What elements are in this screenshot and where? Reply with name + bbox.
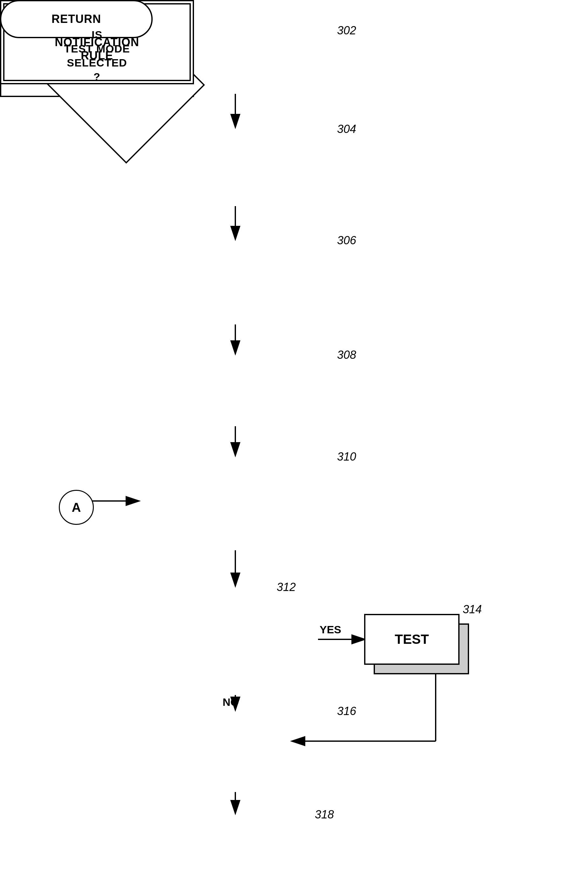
ref-308: 308 xyxy=(337,348,356,362)
ref-318: 318 xyxy=(315,808,334,821)
ref-302: 302 xyxy=(337,24,356,37)
node-312-label: IS TEST MODE SELECTED ? xyxy=(64,28,130,84)
connector-a-label: A xyxy=(72,500,81,515)
ref-314: 314 xyxy=(463,603,482,616)
ref-312: 312 xyxy=(277,580,296,594)
ref-304: 304 xyxy=(337,123,356,136)
ref-316: 316 xyxy=(337,704,356,718)
no-label: NO xyxy=(223,696,239,708)
ref-310: 310 xyxy=(337,450,356,463)
node-318-label: RETURN xyxy=(52,12,101,26)
ref-306: 306 xyxy=(337,234,356,247)
yes-label: YES xyxy=(320,623,341,636)
node-314-label: TEST xyxy=(395,632,429,647)
connector-a: A xyxy=(59,490,94,525)
